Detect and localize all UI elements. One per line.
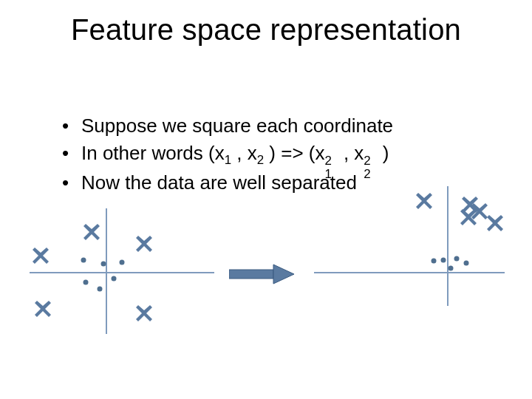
plot-left	[30, 192, 214, 332]
b2-sub1: 1	[225, 153, 231, 167]
svg-marker-11	[487, 215, 503, 231]
bullet-2: In other words (x1 , x2 ) => (x12 , x22 …	[62, 141, 502, 168]
data-dot	[97, 286, 102, 291]
slide-title: Feature space representation	[0, 13, 532, 47]
data-dot	[440, 257, 446, 262]
svg-marker-3	[35, 301, 51, 317]
svg-marker-6	[273, 265, 294, 284]
data-dot	[112, 276, 117, 282]
axis-h-right	[314, 272, 505, 273]
svg-marker-1	[83, 224, 100, 240]
data-xmark	[83, 224, 100, 240]
svg-marker-7	[416, 193, 432, 209]
b2-sub2: 2	[257, 153, 264, 167]
data-xmark	[416, 193, 432, 209]
data-dot	[449, 266, 454, 271]
data-xmark	[35, 301, 51, 317]
data-dot	[431, 259, 436, 264]
svg-marker-4	[136, 305, 152, 321]
data-dot	[120, 259, 125, 265]
data-xmark	[471, 203, 488, 219]
plots-area	[22, 192, 510, 355]
data-dot	[81, 258, 86, 263]
b2-mid3: , x	[338, 142, 364, 164]
svg-marker-2	[136, 236, 152, 252]
svg-marker-0	[33, 248, 49, 264]
axis-v-left	[106, 208, 107, 334]
arrow-icon	[229, 263, 296, 285]
data-dot	[464, 261, 469, 266]
data-xmark	[136, 305, 152, 321]
b2-mid2: ) => (x	[264, 142, 324, 164]
data-xmark	[487, 215, 503, 231]
axis-h-left	[30, 272, 214, 273]
bullet-1: Suppose we square each coordinate	[62, 114, 502, 138]
axis-v-right	[447, 186, 449, 306]
svg-rect-5	[229, 270, 273, 279]
data-xmark	[33, 248, 49, 264]
data-xmark	[136, 236, 152, 252]
svg-marker-10	[471, 203, 488, 219]
b2-mid1: , x	[231, 142, 257, 164]
b2-suffix: )	[378, 142, 389, 164]
data-dot	[101, 261, 106, 266]
data-dot	[83, 279, 88, 284]
data-dot	[454, 256, 460, 261]
slide: Feature space representation Suppose we …	[0, 0, 532, 399]
bullet-list: Suppose we square each coordinate In oth…	[33, 114, 502, 197]
b2-prefix: In other words (x	[81, 142, 225, 164]
plot-right	[314, 186, 506, 334]
